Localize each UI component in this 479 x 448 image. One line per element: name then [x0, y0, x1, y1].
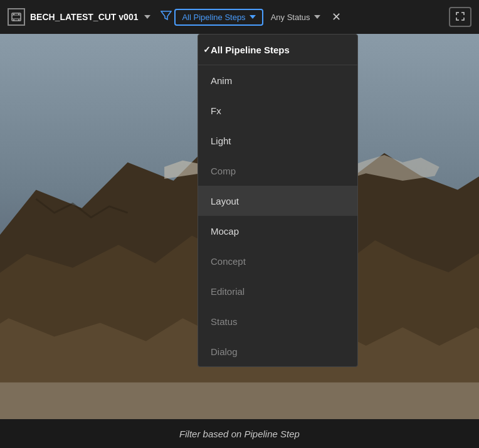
- dropdown-item-concept[interactable]: Concept: [198, 246, 357, 276]
- dropdown-item-status[interactable]: Status: [198, 306, 357, 336]
- dropdown-item-editorial[interactable]: Editorial: [198, 276, 357, 306]
- svg-rect-4: [18, 14, 19, 15]
- expand-button[interactable]: [449, 7, 471, 27]
- dropdown-item-comp[interactable]: Comp: [198, 156, 357, 186]
- dropdown-item-dialog[interactable]: Dialog: [198, 336, 357, 366]
- dropdown-item-label: Light: [211, 136, 231, 146]
- dropdown-item-light[interactable]: Light: [198, 125, 357, 156]
- dropdown-item-label: Fx: [211, 105, 221, 116]
- pipeline-filter-button[interactable]: All Pipeline Steps: [174, 9, 263, 26]
- pipeline-chevron-icon: [250, 15, 256, 19]
- dropdown-item-mocap[interactable]: Mocap: [198, 216, 357, 246]
- sequence-chevron-icon: [144, 15, 150, 19]
- dropdown-item-label: Layout: [211, 196, 239, 206]
- status-filter-button[interactable]: Any Status: [266, 10, 325, 24]
- expand-icon: [456, 12, 465, 23]
- sequence-label-text: BECH_LATEST_CUT v001: [30, 12, 138, 22]
- dropdown-item-label: Mocap: [211, 226, 239, 237]
- filter-group: All Pipeline Steps Any Status ✕: [161, 8, 343, 26]
- top-bar: BECH_LATEST_CUT v001 All Pipeline Steps …: [0, 0, 479, 34]
- sequence-selector[interactable]: BECH_LATEST_CUT v001: [8, 8, 150, 26]
- svg-rect-5: [13, 19, 14, 21]
- pipeline-filter-label: All Pipeline Steps: [182, 13, 245, 22]
- dropdown-item-label: Anim: [211, 75, 232, 86]
- status-filter-label: Any Status: [271, 13, 310, 22]
- dropdown-item-label: All Pipeline Steps: [211, 45, 290, 55]
- status-chevron-icon: [314, 15, 320, 19]
- dropdown-item-label: Concept: [211, 256, 246, 267]
- filter-icon: [161, 11, 172, 23]
- dropdown-item-label: Status: [211, 316, 238, 327]
- pipeline-steps-dropdown: ✓ All Pipeline Steps Anim Fx Light Comp …: [197, 34, 358, 367]
- caption-bar: Filter based on Pipeline Step: [0, 419, 479, 448]
- checkmark-icon: ✓: [203, 45, 211, 55]
- caption-text: Filter based on Pipeline Step: [179, 429, 300, 439]
- svg-rect-3: [13, 14, 14, 15]
- dropdown-item-all-pipeline-steps[interactable]: ✓ All Pipeline Steps: [198, 35, 357, 65]
- close-icon: ✕: [332, 10, 341, 24]
- dropdown-item-label: Editorial: [211, 286, 245, 297]
- film-icon: [8, 8, 25, 26]
- dropdown-item-anim[interactable]: Anim: [198, 65, 357, 95]
- close-filter-button[interactable]: ✕: [329, 8, 344, 26]
- dropdown-item-layout[interactable]: Layout: [198, 186, 357, 216]
- dropdown-item-label: Comp: [211, 166, 236, 176]
- svg-rect-6: [18, 19, 19, 21]
- dropdown-item-fx[interactable]: Fx: [198, 95, 357, 125]
- dropdown-item-label: Dialog: [211, 346, 238, 357]
